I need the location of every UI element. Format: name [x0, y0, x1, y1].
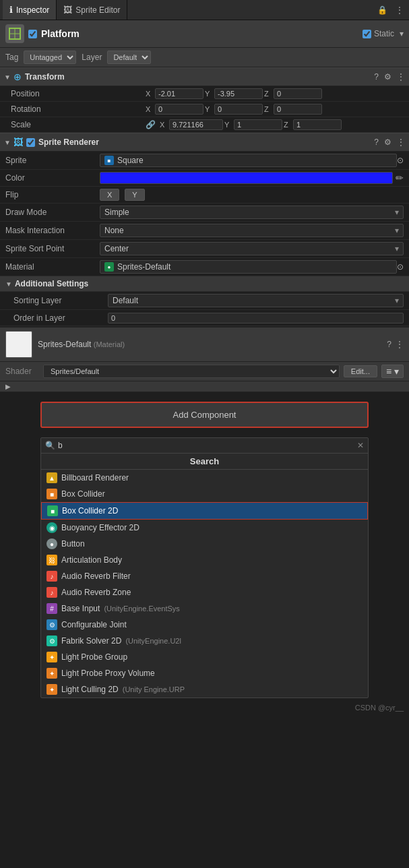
flip-x-btn[interactable]: X	[100, 189, 119, 201]
result-box-collider-2d[interactable]: ■ Box Collider 2D	[41, 502, 368, 520]
material-name: Sprites-Default (Material)	[38, 340, 381, 349]
sprite-renderer-actions: ? ⚙ ⋮	[374, 137, 405, 147]
layer-select[interactable]: Default	[107, 51, 151, 64]
material-section: Sprites-Default (Material) ? ⋮	[0, 326, 409, 362]
search-dropdown: 🔍 ✕ Search ▲ Billboard Renderer ■ Box Co…	[40, 437, 369, 698]
scale-xyz: 🔗 X Y Z	[146, 119, 404, 130]
expand-arrow-row[interactable]: ▶	[0, 381, 409, 392]
sprite-row: Sprite ■ Square ⊙	[0, 152, 409, 170]
billboard-renderer-icon: ▲	[46, 472, 57, 483]
result-billboard-renderer[interactable]: ▲ Billboard Renderer	[41, 470, 368, 486]
shader-select[interactable]: Sprites/Default	[43, 365, 340, 378]
sprite-sort-point-row: Sprite Sort Point Center ▾	[0, 240, 409, 258]
mask-interaction-dropdown[interactable]: None ▾	[100, 224, 404, 237]
sorting-layer-row: Sorting Layer Default ▾	[0, 292, 409, 310]
more-options-icon[interactable]: ⋮	[393, 5, 406, 15]
sprite-renderer-help-icon[interactable]: ?	[374, 137, 379, 147]
expand-icon: ▶	[5, 383, 11, 390]
light-probe-proxy-volume-icon: ✦	[46, 668, 57, 679]
transform-help-icon[interactable]: ?	[374, 72, 379, 82]
transform-collapse-arrow[interactable]: ▼	[4, 73, 11, 81]
result-buoyancy-effector-2d[interactable]: ◉ Buoyancy Effector 2D	[41, 520, 368, 536]
rotation-x-input[interactable]	[155, 104, 203, 115]
result-light-probe-proxy-volume[interactable]: ✦ Light Probe Proxy Volume	[41, 665, 368, 681]
tab-inspector[interactable]: ℹ Inspector	[3, 0, 57, 20]
order-in-layer-row: Order in Layer	[0, 310, 409, 326]
result-fabrik-solver-2d[interactable]: ⚙ Fabrik Solver 2D (UnityEngine.U2l	[41, 633, 368, 649]
order-in-layer-input[interactable]	[108, 313, 404, 323]
box-collider-2d-icon: ■	[47, 505, 58, 516]
search-clear-btn[interactable]: ✕	[357, 441, 364, 450]
search-results: ▲ Billboard Renderer ■ Box Collider ■ Bo…	[41, 470, 368, 698]
material-help-icon[interactable]: ?	[387, 340, 391, 349]
scale-y-input[interactable]	[234, 119, 282, 130]
material-field[interactable]: ● Sprites-Default	[100, 260, 397, 274]
result-base-input[interactable]: # Base Input (UnityEngine.EventSys	[41, 600, 368, 617]
sprite-sort-point-dropdown[interactable]: Center ▾	[100, 242, 404, 255]
rotation-y-input[interactable]	[214, 104, 263, 115]
draw-mode-dropdown[interactable]: Simple ▾	[100, 206, 404, 219]
color-picker[interactable]	[100, 172, 393, 184]
rotation-row: Rotation X Y Z	[0, 102, 409, 117]
sprite-picker-icon[interactable]: ⊙	[397, 156, 404, 165]
add-component-area: Add Component	[0, 392, 409, 437]
flip-y-btn[interactable]: Y	[125, 189, 144, 201]
audio-reverb-zone-icon: ♪	[46, 587, 57, 598]
object-icon	[5, 24, 24, 43]
sorting-layer-arrow: ▾	[395, 296, 399, 305]
transform-settings-icon[interactable]: ⚙	[384, 72, 391, 82]
material-thumbnail	[5, 331, 32, 358]
shader-list-btn[interactable]: ≡ ▾	[381, 365, 404, 378]
sorting-layer-dropdown[interactable]: Default ▾	[108, 294, 404, 307]
tag-select[interactable]: Untagged	[24, 51, 76, 64]
draw-mode-row: Draw Mode Simple ▾	[0, 204, 409, 222]
scale-z-input[interactable]	[293, 119, 342, 130]
material-more-icon[interactable]: ⋮	[396, 340, 404, 349]
color-eyedropper-btn[interactable]: ✏	[396, 173, 404, 183]
result-audio-reverb-zone[interactable]: ♪ Audio Reverb Zone	[41, 584, 368, 600]
flip-row: Flip X Y	[0, 187, 409, 204]
scale-row: Scale 🔗 X Y Z	[0, 117, 409, 133]
position-z-input[interactable]	[274, 88, 322, 99]
material-info: Sprites-Default (Material)	[38, 340, 381, 349]
sprite-field[interactable]: ■ Square	[100, 154, 397, 167]
sprite-renderer-enable-checkbox[interactable]	[26, 138, 35, 147]
additional-settings-arrow: ▼	[5, 280, 12, 288]
footer: CSDN @cyr__	[0, 698, 409, 717]
mask-interaction-row: Mask Interaction None ▾	[0, 222, 409, 240]
object-header: Platform Static ▾	[0, 20, 409, 48]
shader-edit-btn[interactable]: Edit...	[344, 365, 377, 377]
result-configurable-joint[interactable]: ⚙ Configurable Joint	[41, 617, 368, 633]
result-box-collider[interactable]: ■ Box Collider	[41, 486, 368, 502]
position-x-input[interactable]	[155, 88, 203, 99]
result-light-probe-group[interactable]: ✦ Light Probe Group	[41, 649, 368, 665]
search-input[interactable]	[58, 441, 354, 450]
sprite-renderer-more-icon[interactable]: ⋮	[397, 137, 405, 147]
static-checkbox[interactable]	[363, 30, 371, 38]
result-button[interactable]: ● Button	[41, 536, 368, 552]
buoyancy-effector-2d-icon: ◉	[46, 522, 57, 533]
additional-settings-header[interactable]: ▼ Additional Settings	[0, 276, 409, 292]
static-dropdown-arrow[interactable]: ▾	[400, 29, 404, 38]
position-y-input[interactable]	[214, 88, 263, 99]
sprite-renderer-settings-icon[interactable]: ⚙	[384, 137, 391, 147]
sprite-renderer-collapse-arrow[interactable]: ▼	[4, 139, 11, 146]
tab-bar: ℹ Inspector 🖼 Sprite Editor 🔒 ⋮	[0, 0, 409, 20]
transform-actions: ? ⚙ ⋮	[374, 72, 405, 82]
tag-layer-row: Tag Untagged Layer Default	[0, 48, 409, 67]
tab-sprite-editor[interactable]: 🖼 Sprite Editor	[57, 0, 127, 20]
result-audio-reverb-filter[interactable]: ♪ Audio Reverb Filter	[41, 568, 368, 584]
result-articulation-body[interactable]: ⛓ Articulation Body	[41, 552, 368, 568]
search-title: Search	[41, 454, 368, 470]
add-component-btn[interactable]: Add Component	[40, 402, 369, 428]
lock-icon[interactable]: 🔒	[372, 5, 393, 15]
sprite-editor-icon: 🖼	[63, 5, 72, 15]
transform-section-header: ▼ ⊕ Transform ? ⚙ ⋮	[0, 67, 409, 86]
rotation-z-input[interactable]	[274, 104, 322, 115]
object-active-checkbox[interactable]	[28, 30, 37, 38]
material-picker-icon[interactable]: ⊙	[397, 262, 404, 272]
result-light-culling-2d[interactable]: ✦ Light Culling 2D (Unity Engine.URP	[41, 681, 368, 698]
scale-x-input[interactable]	[169, 119, 223, 130]
transform-more-icon[interactable]: ⋮	[397, 72, 405, 82]
draw-mode-arrow: ▾	[395, 208, 399, 217]
